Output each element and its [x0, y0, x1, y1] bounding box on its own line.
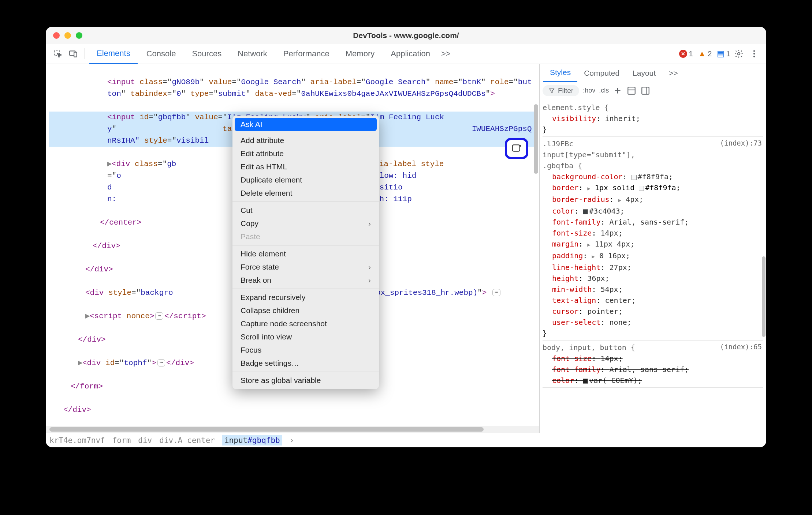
kebab-menu-icon[interactable]: [747, 47, 761, 61]
scrollbar-thumb[interactable]: [49, 427, 484, 432]
css-value[interactable]: inherit;: [605, 114, 640, 123]
css-value[interactable]: center;: [605, 296, 636, 305]
css-property[interactable]: border-radius: [552, 195, 610, 204]
context-menu-item[interactable]: Hide element: [232, 247, 379, 260]
css-value[interactable]: 0 16px;: [599, 251, 630, 260]
context-menu-item-force-state[interactable]: Force state›: [232, 260, 379, 274]
css-property[interactable]: cursor: [552, 307, 578, 316]
css-property[interactable]: visibility: [552, 114, 596, 123]
css-property[interactable]: min-width: [552, 285, 592, 294]
tab-sources[interactable]: Sources: [185, 44, 229, 64]
style-rule[interactable]: (index):73 .lJ9FBc input[type="submit"],…: [543, 137, 763, 341]
styles-rules[interactable]: element.style { visibility: inherit; } (…: [540, 99, 766, 433]
tabs-overflow[interactable]: >>: [439, 49, 453, 59]
tab-application[interactable]: Application: [383, 44, 437, 64]
style-rule[interactable]: (index):65 body, input, button { font-si…: [543, 341, 763, 388]
styles-tab-computed[interactable]: Computed: [577, 64, 626, 82]
context-menu-item[interactable]: Edit attribute: [232, 147, 379, 160]
css-value[interactable]: 36px;: [587, 274, 609, 283]
css-value[interactable]: 54px;: [600, 285, 622, 294]
breadcrumb-item[interactable]: div.A center: [159, 436, 215, 445]
context-menu-item[interactable]: Cut: [232, 204, 379, 217]
hov-toggle[interactable]: :hov: [583, 87, 595, 94]
css-property[interactable]: color: [552, 376, 574, 385]
context-menu-item[interactable]: Edit as HTML: [232, 160, 379, 173]
css-value[interactable]: 11px 4px;: [595, 240, 634, 248]
context-menu-item[interactable]: Duplicate element: [232, 173, 379, 187]
tab-performance[interactable]: Performance: [276, 44, 337, 64]
context-menu-item[interactable]: Badge settings…: [232, 357, 379, 370]
context-menu-item[interactable]: Delete element: [232, 187, 379, 200]
rule-selector[interactable]: .lJ9FBc: [543, 139, 573, 148]
new-style-rule-icon[interactable]: [612, 86, 623, 96]
css-property[interactable]: padding: [552, 251, 583, 260]
css-property[interactable]: font-family: [552, 218, 600, 226]
vertical-scrollbar[interactable]: [533, 64, 539, 426]
css-property[interactable]: border: [552, 183, 578, 192]
context-menu-item[interactable]: Store as global variable: [232, 374, 379, 387]
scrollbar-thumb[interactable]: [762, 256, 766, 337]
css-value[interactable]: 14px;: [600, 229, 622, 237]
css-property[interactable]: height: [552, 274, 578, 283]
tab-elements[interactable]: Elements: [89, 44, 138, 64]
color-swatch[interactable]: [632, 175, 637, 180]
breadcrumb-item-selected[interactable]: input#gbqfbb: [222, 435, 282, 446]
context-menu-item[interactable]: Add attribute: [232, 134, 379, 147]
context-menu-item[interactable]: Capture node screenshot: [232, 317, 379, 330]
css-property[interactable]: font-size: [552, 229, 592, 237]
breadcrumb-item[interactable]: div: [138, 436, 152, 445]
horizontal-scrollbar[interactable]: [46, 426, 539, 433]
css-property[interactable]: background-color: [552, 172, 623, 181]
css-value[interactable]: var( COEmY);: [589, 376, 642, 385]
toggle-sidebar-icon[interactable]: [640, 86, 651, 96]
rule-selector[interactable]: input[type="submit"],: [543, 150, 635, 159]
color-swatch[interactable]: [583, 379, 588, 384]
css-property[interactable]: text-align: [552, 296, 596, 305]
context-menu-item[interactable]: Collapse children: [232, 304, 379, 317]
filter-input[interactable]: Filter: [543, 85, 579, 96]
scrollbar-thumb[interactable]: [534, 104, 538, 174]
dom-node[interactable]: <input class="gNO89b" value="Google Sear…: [49, 76, 536, 100]
css-value[interactable]: Arial, sans-serif;: [610, 218, 689, 226]
cls-toggle[interactable]: .cls: [599, 87, 609, 94]
rule-source-link[interactable]: (index):73: [720, 138, 762, 149]
ask-ai-inline-button[interactable]: [505, 138, 528, 159]
tab-memory[interactable]: Memory: [338, 44, 382, 64]
warnings-badge[interactable]: ▲ 2: [698, 49, 712, 59]
css-property[interactable]: line-height: [552, 263, 600, 272]
errors-badge[interactable]: ✕ 1: [679, 49, 693, 58]
css-property[interactable]: font-family: [552, 365, 600, 374]
ellipsis-pill[interactable]: ⋯: [492, 289, 500, 296]
rule-selector[interactable]: element.style {: [543, 103, 609, 112]
context-menu-item[interactable]: Focus: [232, 343, 379, 357]
rule-selector[interactable]: body, input, button {: [543, 343, 635, 352]
css-property[interactable]: user-select: [552, 318, 600, 327]
computed-styles-sidebar-icon[interactable]: [626, 86, 637, 96]
css-property[interactable]: margin: [552, 240, 578, 248]
tab-console[interactable]: Console: [139, 44, 183, 64]
color-swatch[interactable]: [639, 186, 644, 191]
breadcrumb-scroll-right-icon[interactable]: ›: [290, 436, 294, 445]
context-menu-item[interactable]: Scroll into view: [232, 330, 379, 343]
breadcrumb-item[interactable]: krT4e.om7nvf: [49, 436, 105, 445]
css-property[interactable]: color: [552, 207, 574, 215]
css-value[interactable]: none;: [610, 318, 632, 327]
breadcrumb-item[interactable]: form: [112, 436, 131, 445]
color-swatch[interactable]: [583, 209, 588, 214]
context-menu-item[interactable]: Expand recursively: [232, 291, 379, 304]
styles-tab-styles[interactable]: Styles: [543, 64, 577, 82]
settings-icon[interactable]: [732, 47, 746, 61]
style-rule[interactable]: element.style { visibility: inherit; }: [543, 101, 763, 137]
close-window-button[interactable]: [53, 32, 60, 39]
minimize-window-button[interactable]: [64, 32, 71, 39]
ellipsis-pill[interactable]: ⋯: [155, 312, 163, 320]
inspect-icon[interactable]: [51, 47, 65, 61]
context-menu-item-copy[interactable]: Copy›: [232, 217, 379, 230]
css-property[interactable]: font-size: [552, 354, 592, 363]
messages-badge[interactable]: ▤ 1: [717, 49, 730, 59]
styles-tab-layout[interactable]: Layout: [626, 64, 662, 82]
context-menu-item-ask-ai[interactable]: Ask AI: [235, 118, 377, 131]
ellipsis-pill[interactable]: ⋯: [157, 359, 165, 366]
breadcrumb-bar[interactable]: krT4e.om7nvf form div div.A center input…: [46, 433, 766, 447]
styles-tabs-overflow[interactable]: >>: [662, 64, 685, 82]
